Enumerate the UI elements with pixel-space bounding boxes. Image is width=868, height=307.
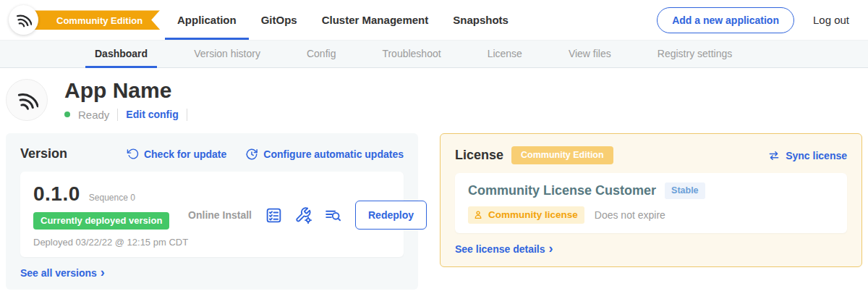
app-avatar	[6, 79, 48, 121]
license-expiration: Does not expire	[595, 209, 665, 221]
header-actions: Add a new application Log out	[657, 0, 849, 40]
logout-link[interactable]: Log out	[813, 14, 849, 26]
subnav-license[interactable]: License	[478, 41, 532, 68]
refresh-icon	[127, 148, 139, 160]
release-notes-icon[interactable]	[265, 206, 283, 224]
version-card-header: Version Check for update	[20, 146, 404, 161]
replicated-logo-circle[interactable]	[9, 5, 38, 35]
channel-badge: Stable	[665, 182, 705, 199]
app-logo-icon	[16, 89, 38, 112]
chevron-right-icon: ›	[549, 244, 553, 253]
tab-cluster-management[interactable]: Cluster Management	[310, 0, 441, 40]
update-schedule-icon	[245, 148, 258, 161]
tab-application[interactable]: Application	[165, 0, 249, 40]
app-header-text: App Name Ready Edit config	[64, 79, 187, 121]
page-title: App Name	[64, 79, 187, 102]
brand-block: Community Edition	[9, 0, 159, 40]
currently-deployed-badge: Currently deployed version	[33, 212, 169, 230]
divider	[187, 109, 187, 121]
subnav-view-files[interactable]: View files	[559, 41, 621, 68]
subnav-registry-settings[interactable]: Registry settings	[648, 41, 741, 68]
subnav-troubleshoot[interactable]: Troubleshoot	[373, 41, 450, 68]
install-type-label: Online Install	[188, 209, 252, 221]
app-header: App Name Ready Edit config	[0, 68, 868, 121]
sync-arrows-icon	[767, 149, 780, 162]
license-card-header: License Community Edition Sync license	[455, 146, 847, 164]
see-license-details-link[interactable]: See license details ›	[455, 243, 553, 255]
current-version-panel: 0.1.0 Sequence 0 Currently deployed vers…	[20, 172, 404, 257]
license-details-panel: Community License Customer Stable Commun…	[455, 173, 847, 233]
license-type-badge: Community license	[468, 206, 584, 224]
configure-automatic-updates-link[interactable]: Configure automatic updates	[245, 148, 404, 161]
license-card-title: License	[455, 148, 503, 163]
status-badge: Ready	[78, 109, 109, 121]
redeploy-button[interactable]: Redeploy	[355, 201, 427, 230]
subnav-version-history[interactable]: Version history	[184, 41, 270, 68]
see-all-versions-link[interactable]: See all versions ›	[20, 267, 105, 279]
add-new-application-button[interactable]: Add a new application	[657, 7, 794, 33]
top-header: Community Edition Application GitOps Clu…	[0, 0, 868, 41]
check-for-update-link[interactable]: Check for update	[127, 148, 226, 160]
subnav-config[interactable]: Config	[297, 41, 345, 68]
subnav-dashboard[interactable]: Dashboard	[85, 41, 157, 68]
community-edition-badge: Community Edition	[511, 146, 613, 164]
app-status-row: Ready Edit config	[64, 109, 187, 121]
replicated-logo-icon	[15, 12, 32, 28]
dashboard-cards: Version Check for update	[0, 121, 868, 290]
tab-snapshots[interactable]: Snapshots	[441, 0, 521, 40]
version-card-title: Version	[20, 146, 67, 161]
version-info: 0.1.0 Sequence 0 Currently deployed vers…	[33, 182, 188, 248]
person-icon	[473, 210, 483, 220]
view-logs-icon[interactable]	[324, 206, 342, 224]
status-dot-icon	[64, 112, 70, 117]
chevron-right-icon: ›	[101, 268, 105, 277]
edition-ribbon-badge: Community Edition	[26, 10, 160, 30]
deployed-timestamp: Deployed 03/22/22 @ 12:15 pm CDT	[33, 237, 188, 248]
version-number: 0.1.0	[33, 182, 80, 206]
config-wrench-icon[interactable]	[294, 206, 312, 224]
license-card: License Community Edition Sync license C…	[440, 133, 862, 267]
divider	[117, 109, 118, 121]
app-subnav: Dashboard Version history Config Trouble…	[0, 41, 868, 68]
tab-gitops[interactable]: GitOps	[249, 0, 310, 40]
version-card: Version Check for update	[6, 133, 418, 290]
license-meta-row: Community license Does not expire	[468, 206, 834, 224]
sequence-label: Sequence 0	[89, 193, 135, 203]
primary-nav: Application GitOps Cluster Management Sn…	[165, 0, 521, 40]
version-line: 0.1.0 Sequence 0	[33, 182, 188, 206]
customer-row: Community License Customer Stable	[468, 182, 834, 199]
customer-name: Community License Customer	[468, 183, 656, 198]
edit-config-link[interactable]: Edit config	[126, 109, 178, 120]
version-actions: Online Install	[188, 201, 427, 230]
sync-license-link[interactable]: Sync license	[767, 149, 847, 162]
